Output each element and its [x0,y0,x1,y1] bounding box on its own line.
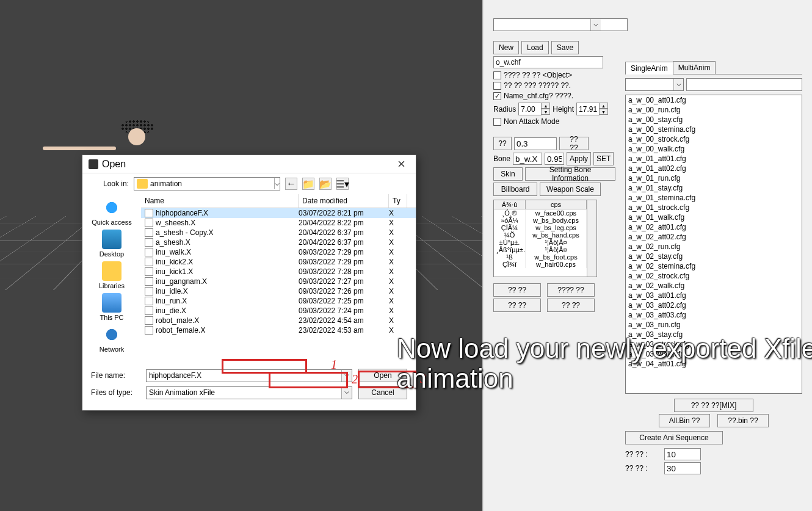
create-ani-button[interactable]: Create Ani Sequence [625,431,723,444]
file-row[interactable]: inu_kick2.X09/03/2022 7:29 pmX [141,257,416,267]
list-item[interactable]: a_w_00_att01.cfg [626,95,802,105]
checkbox-object[interactable] [493,71,501,79]
g4-button[interactable]: ?? ?? [547,299,595,312]
col-date[interactable]: Date modified [299,194,389,208]
top-combo-input[interactable]: Äª¸¯ÅÍ ÆÄÀÏ [494,19,590,31]
list-item[interactable]: a_w_00_strock.cfg [626,134,802,144]
apply-button[interactable]: Apply [567,152,591,165]
list-item[interactable]: a_w_03_att01.cfg [626,291,802,300]
billboard-button[interactable]: Billboard [493,183,537,196]
up-folder-icon[interactable]: 📁 [302,178,314,190]
qqqq-button[interactable]: ?? ?? [559,137,589,150]
list-item[interactable]: a_w_01_strock.cfg [626,203,802,212]
file-row[interactable]: inu_kick1.X09/03/2022 7:28 pmX [141,267,416,277]
list-item[interactable]: a_w_02_stay.cfg [626,252,802,261]
save-button[interactable]: Save [551,41,579,54]
list-item[interactable]: a_w_02_att02.cfg [626,232,802,242]
set-button[interactable]: SET [593,152,614,165]
col-type[interactable]: Ty [389,194,407,208]
mix-button[interactable]: ?? ?? ??[MIX] [674,399,753,412]
checkbox-nonattack[interactable] [493,118,501,126]
seq2-input[interactable] [664,462,701,474]
view-menu-icon[interactable]: ☰▾ [336,178,349,190]
chevron-down-icon[interactable] [274,178,280,189]
chevron-down-icon[interactable] [673,79,683,90]
file-row[interactable]: inu_walk.X09/03/2022 7:29 pmX [141,247,416,257]
g2-button[interactable]: ???? ?? [547,283,595,297]
new-folder-icon[interactable]: 📂 [319,178,332,190]
tab-singleanim[interactable]: SingleAnim [625,62,673,74]
file-row[interactable]: robot_male.X23/02/2022 4:54 amX [141,316,416,325]
bone-ratio-input[interactable] [545,153,564,165]
place-network[interactable]: Network [87,325,136,353]
file-name-input[interactable] [147,370,341,382]
file-name-combo[interactable] [146,369,352,382]
list-item[interactable]: a_w_00_walk.cfg [626,144,802,154]
height-spinner[interactable]: ▲▼ [576,103,608,115]
list-item[interactable]: a_w_00_run.cfg [626,105,802,115]
list-item[interactable]: a_w_00_stemina.cfg [626,125,802,134]
file-row[interactable]: hiphopdanceF.X03/07/2022 8:21 pmX [141,208,416,218]
zero3-input[interactable] [514,137,557,150]
file-row[interactable]: inu_idle.X09/03/2022 7:26 pmX [141,286,416,296]
qq-button[interactable]: ?? [493,137,512,150]
cps-table[interactable]: Á¾·ù ¸Ó¸®»óÃ¼ÇÏÃ¼¼Õ±Ù°µ±.¸Åß°ïµµ±.¹ßÇÏ¾î… [493,200,597,277]
chf-input[interactable] [493,56,603,68]
tab-multianim[interactable]: MultiAnim [673,61,716,74]
col-name[interactable]: Name [141,194,299,208]
list-item[interactable]: a_w_01_att02.cfg [626,164,802,173]
load-button[interactable]: Load [521,41,549,54]
binqq-button[interactable]: ??.bin ?? [717,414,769,427]
list-item[interactable]: a_w_03_att03.cfg [626,310,802,320]
list-item[interactable]: a_w_02_stemina.cfg [626,261,802,271]
file-row[interactable]: w_sheesh.X20/04/2022 8:22 pmX [141,218,416,228]
back-icon[interactable]: ← [285,178,297,190]
skin-button[interactable]: Skin [493,167,523,181]
bone-input[interactable] [513,153,542,165]
file-row[interactable]: a_shesh.X20/04/2022 6:37 pmX [141,237,416,247]
dialog-titlebar[interactable]: Open [82,155,416,173]
setting-bone-info-button[interactable]: Setting Bone Information [525,167,615,181]
g1-button[interactable]: ?? ?? [493,283,541,297]
list-item[interactable]: a_w_01_walk.cfg [626,212,802,222]
scrollbar[interactable] [587,200,596,277]
allbin-button[interactable]: All.Bin ?? [659,414,710,427]
list-item[interactable]: a_w_02_att01.cfg [626,222,802,232]
list-item[interactable]: a_w_02_run.cfg [626,242,802,252]
look-in-combo[interactable] [134,177,280,190]
list-item[interactable]: a_w_01_run.cfg [626,173,802,183]
anim-combo[interactable] [625,78,684,91]
checkbox-namecfg[interactable] [493,92,501,100]
file-list-header[interactable]: Name Date modified Ty [141,194,416,208]
place-libraries[interactable]: Libraries [87,261,136,289]
list-item[interactable]: a_w_00_stay.cfg [626,115,802,125]
file-row[interactable]: robot_female.X23/02/2022 4:53 amX [141,325,416,335]
list-item[interactable]: a_w_01_att01.cfg [626,154,802,164]
anim-name-input[interactable] [686,78,802,91]
seq1-input[interactable] [664,448,701,460]
top-combo[interactable]: Äª¸¯ÅÍ ÆÄÀÏ [493,18,628,31]
file-row[interactable]: inu_gangnam.X09/03/2022 7:27 pmX [141,277,416,286]
list-item[interactable]: a_w_01_stemina.cfg [626,193,802,203]
chevron-down-icon[interactable] [590,19,601,31]
chevron-down-icon[interactable] [341,370,352,382]
file-row[interactable]: inu_run.X09/03/2022 7:25 pmX [141,296,416,306]
weapon-scale-button[interactable]: Weapon Scale [540,183,601,196]
chevron-down-icon[interactable] [341,387,352,399]
file-type-combo[interactable] [146,386,352,399]
g3-button[interactable]: ?? ?? [493,299,541,312]
new-button[interactable]: New [493,41,519,54]
file-row[interactable]: inu_die.X09/03/2022 7:24 pmX [141,306,416,316]
file-row[interactable]: a_shesh - Copy.X20/04/2022 6:37 pmX [141,228,416,237]
place-thispc[interactable]: This PC [87,293,136,321]
place-quickaccess[interactable]: Quick access [87,198,136,226]
list-item[interactable]: a_w_02_strock.cfg [626,271,802,281]
list-item[interactable]: a_w_01_stay.cfg [626,183,802,193]
close-icon[interactable] [393,158,410,170]
radius-spinner[interactable]: ▲▼ [518,103,550,115]
list-item[interactable]: a_w_03_run.cfg [626,320,802,330]
checkbox-2[interactable] [493,82,501,90]
list-item[interactable]: a_w_02_walk.cfg [626,281,802,291]
place-desktop[interactable]: Desktop [87,230,136,258]
file-list[interactable]: Name Date modified Ty hiphopdanceF.X03/0… [141,194,416,365]
